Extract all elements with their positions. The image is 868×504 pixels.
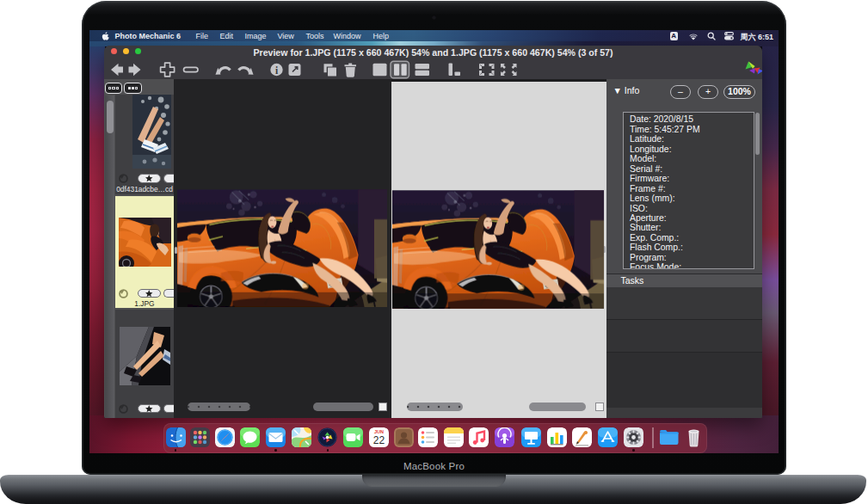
svg-text:22: 22 xyxy=(372,433,385,446)
